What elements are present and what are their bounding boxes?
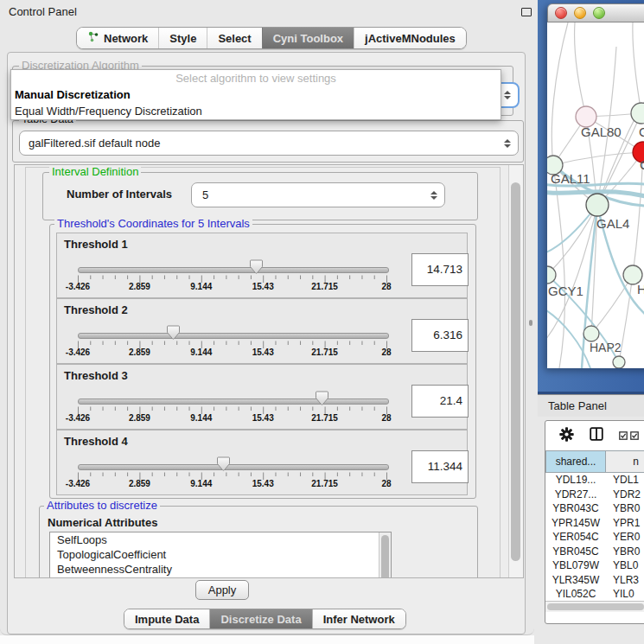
network-window-titlebar[interactable] [547,3,644,22]
table-header-row: shared... n [545,450,644,473]
cell-shared-name: YDR27... [545,488,606,501]
numerical-attributes-list[interactable]: SelfLoopsTopologicalCoefficientBetweenne… [49,532,392,578]
scale-tick-label: 9.144 [190,413,212,423]
network-node[interactable] [613,356,625,368]
zoom-traffic-light[interactable] [593,7,605,19]
number-of-intervals-combobox[interactable]: 5 [191,182,445,207]
table-panel-titlebar: Table Panel [538,394,644,417]
threshold-box: Threshold 4-3.4262.8599.14415.4321.71528… [56,430,468,495]
close-traffic-light[interactable] [555,7,567,19]
scale-tick-label: -3.426 [66,479,90,488]
table-row[interactable]: YBR043CYBR0 [545,501,644,516]
scale-tick-label: 21.715 [311,479,338,488]
list-item[interactable]: BetweennessCentrality [50,562,391,577]
tab-select[interactable]: Select [207,28,261,48]
scale-tick-label: 21.715 [311,413,338,423]
cell-name: YBL0 [606,559,644,571]
application-window: Control Panel ✕ Network Style Select Cyn… [0,0,644,644]
node-label: H [637,282,644,296]
cell-name: YBR0 [606,545,644,558]
cell-shared-name: YDL19... [545,474,606,486]
bottom-tab-bar: Impute Data Discretize Data Infer Networ… [124,609,406,629]
tab-jactivemnodules[interactable]: jActiveMNodules [354,28,466,48]
table-panel-title: Table Panel [548,399,607,412]
cell-shared-name: YBR045C [545,545,606,558]
scale-tick-label: 28 [381,479,391,488]
tab-impute-data[interactable]: Impute Data [124,609,209,628]
stepper-icon [504,91,511,99]
network-node-gal4[interactable] [586,194,609,216]
tab-infer-network[interactable]: Infer Network [312,609,405,628]
cell-shared-name: YPR145W [545,517,606,529]
threshold-value-field[interactable]: 21.4 [411,385,469,418]
tab-cyni-toolbox[interactable]: Cyni Toolbox [262,28,354,48]
network-window: GAL80GACGAL11GAL4GCY1HHAP2 [547,3,644,368]
table-row[interactable]: YLR345WYLR3 [545,573,644,588]
tab-style[interactable]: Style [158,28,207,48]
network-edge[interactable] [552,22,568,165]
float-window-icon[interactable] [521,8,532,16]
network-node-hap2[interactable] [583,326,599,341]
cell-shared-name: YBL079W [545,559,606,571]
scale-tick-label: 15.43 [252,348,274,357]
table-hscrollbar[interactable] [545,601,644,612]
network-canvas[interactable]: GAL80GACGAL11GAL4GCY1HHAP2 [547,22,644,368]
table-data-combobox[interactable]: galFiltered.sif default node [19,131,519,156]
dropdown-option-manual-discretization[interactable]: Manual Discretization [11,86,501,103]
network-edge[interactable] [633,22,641,113]
dropdown-option-equal-width-frequency[interactable]: Equal Width/Frequency Discretization [11,103,501,119]
settings-scrollbar[interactable] [508,165,523,577]
table-row[interactable]: YBR045CYBR0 [545,545,644,559]
slider-thumb[interactable] [316,391,328,405]
threshold-value-field[interactable]: 11.344 [411,450,469,483]
threshold-value-field[interactable]: 14.713 [411,253,469,286]
apply-button[interactable]: Apply [195,580,249,600]
settings-scrollbar-thumb[interactable] [511,182,520,561]
slider-track[interactable] [78,333,389,339]
split-columns-icon[interactable] [590,427,603,444]
slider-track[interactable] [78,399,389,405]
table-row[interactable]: YDL19...YDL1 [545,473,644,488]
network-node-ga[interactable] [631,103,644,124]
slider-track[interactable] [78,267,389,273]
divider-grip[interactable] [529,320,532,326]
dropdown-prompt[interactable]: Select algorithm to view settings [11,70,501,86]
cell-name: YPR1 [606,517,644,529]
network-edge[interactable] [591,275,633,334]
cell-name: YER0 [606,531,644,543]
list-item[interactable]: TopologicalCoefficient [50,547,391,562]
cell-shared-name: YIL052C [545,588,606,600]
threshold-box: Threshold 2-3.4262.8599.14415.4321.71528… [56,298,468,364]
threshold-label: Threshold 3 [64,369,128,382]
minimize-traffic-light[interactable] [574,7,586,19]
select-columns-icons[interactable] [619,431,639,440]
table-hscrollbar-thumb[interactable] [547,603,644,610]
status-strip [0,635,534,644]
tab-network[interactable]: Network [77,28,158,48]
list-item[interactable]: SelfLoops [50,532,391,547]
scale-tick-label: 2.859 [129,479,150,488]
column-header-name[interactable]: n [606,450,644,473]
table-row[interactable]: YER054CYER0 [545,530,644,545]
scale-tick-label: 9.144 [190,479,212,488]
table-row[interactable]: YBL079WYBL0 [545,558,644,573]
slider-thumb[interactable] [167,325,180,340]
table-row[interactable]: YDR27...YDR2 [545,488,644,502]
column-header-shared-name[interactable]: shared... [545,450,606,473]
list-scrollbar[interactable] [379,532,391,578]
list-scrollbar-thumb[interactable] [381,535,389,578]
slider-thumb[interactable] [217,456,230,471]
slider-track[interactable] [78,464,389,470]
threshold-label: Threshold 1 [64,238,128,251]
slider-ticks [78,275,387,284]
slider-thumb[interactable] [250,259,263,274]
gear-icon[interactable] [559,427,574,445]
table-row[interactable]: YIL052CYIL0 [545,587,644,601]
scale-tick-label: 28 [381,348,391,357]
network-edge[interactable] [575,22,586,117]
threshold-value-field[interactable]: 6.316 [411,319,469,352]
cell-shared-name: YBR043C [545,502,606,514]
table-row[interactable]: YPR145WYPR1 [545,516,644,531]
tab-discretize-data[interactable]: Discretize Data [209,609,311,628]
network-edge[interactable] [553,152,643,165]
